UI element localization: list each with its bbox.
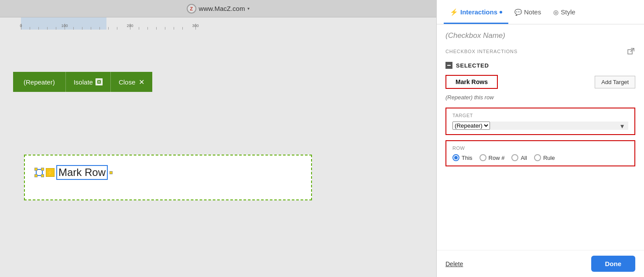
corner-handle-tl [34, 168, 38, 171]
minor-tick [139, 27, 139, 30]
minor-tick [165, 27, 165, 30]
ruler-num-100: 100 [61, 24, 68, 28]
mark-rows-button[interactable]: Mark Rows [445, 75, 498, 89]
minor-tick [108, 27, 109, 30]
notes-tab-icon: 💬 [514, 9, 522, 16]
minor-tick [38, 27, 39, 30]
tab-notes-label: Notes [524, 8, 541, 16]
lightning-badge: ⚡ [46, 168, 55, 177]
panel-content: (Checkbox Name) CHECKBOX INTERACTIONS SE… [437, 24, 644, 250]
isolate-button[interactable]: Isolate [65, 72, 110, 92]
target-select-wrapper: (Repeater) [452, 122, 628, 130]
ruler: 0 100 200 300 [0, 17, 436, 30]
add-target-button[interactable]: Add Target [595, 76, 635, 88]
canvas-area: Z www.MacZ.com ▾ 0 100 200 300 [0, 0, 436, 277]
tab-style-label: Style [561, 8, 575, 16]
top-bar: Z www.MacZ.com ▾ [0, 0, 436, 17]
component-name: (Checkbox Name) [445, 31, 635, 40]
radio-all[interactable]: All [511, 154, 527, 161]
tab-style[interactable]: ◎ Style [547, 0, 581, 24]
tab-interactions[interactable]: ⚡ Interactions [444, 0, 508, 24]
minor-tick [117, 27, 117, 30]
delete-link[interactable]: Delete [445, 260, 463, 267]
bottom-actions: Delete Done [437, 250, 644, 277]
minor-tick [182, 27, 183, 30]
minor-tick [82, 27, 82, 30]
corner-handle-bl [34, 174, 38, 177]
tab-notes[interactable]: 💬 Notes [508, 0, 547, 24]
row-label: ROW [452, 145, 628, 151]
repeater-label: (Repeater) [13, 72, 65, 92]
tab-interactions-label: Interactions [460, 8, 497, 16]
radio-this[interactable]: This [452, 154, 473, 161]
checkbox-element[interactable] [34, 168, 44, 177]
url-text: www.MacZ.com [199, 5, 245, 12]
section-title: CHECKBOX INTERACTIONS [445, 49, 517, 54]
row-box: ROW This Row # All Rule [445, 140, 635, 166]
interaction-row: Mark Rows Add Target [445, 75, 635, 89]
selected-label: SELECTED [456, 62, 489, 69]
ruler-num-200: 200 [127, 24, 133, 28]
radio-rule-circle [534, 154, 541, 161]
tab-dot [500, 11, 502, 14]
minor-tick [47, 27, 48, 30]
close-button[interactable]: Close ✕ [110, 72, 152, 92]
mark-row-element[interactable]: ⚡ Mark Row [34, 165, 113, 180]
tabs-bar: ⚡ Interactions 💬 Notes ◎ Style [437, 0, 644, 24]
ruler-num-300: 300 [192, 24, 199, 28]
radio-row-num-label: Row # [489, 155, 505, 161]
corner-handle-tr [41, 168, 44, 171]
handle-right [110, 171, 113, 174]
style-tab-icon: ◎ [553, 9, 558, 16]
isolate-icon [96, 78, 103, 85]
radio-this-circle [452, 154, 459, 161]
dropdown-arrow-icon: ▾ [247, 6, 250, 11]
radio-rule[interactable]: Rule [534, 154, 555, 161]
selected-section: SELECTED [445, 62, 635, 69]
right-panel: ⚡ Interactions 💬 Notes ◎ Style (Checkbox… [436, 0, 644, 277]
minor-tick [73, 27, 74, 30]
minor-tick [30, 27, 30, 30]
z-logo: Z [187, 4, 196, 14]
url-badge: Z www.MacZ.com ▾ [187, 4, 250, 14]
done-button[interactable]: Done [591, 256, 636, 272]
target-label: TARGET [452, 113, 628, 118]
target-box: TARGET (Repeater) [445, 108, 635, 135]
radio-all-circle [511, 154, 518, 161]
radio-all-label: All [521, 155, 527, 161]
minor-tick [99, 27, 100, 30]
radio-row-num[interactable]: Row # [480, 154, 505, 161]
target-select[interactable]: (Repeater) [452, 122, 490, 130]
minor-tick [156, 27, 157, 30]
target-description: (Repeater) this row [445, 94, 635, 101]
corner-handle-br [41, 174, 44, 177]
radio-rule-label: Rule [543, 155, 555, 161]
radio-row-num-circle [480, 154, 486, 161]
external-link-icon[interactable] [627, 47, 635, 56]
selection-area: ⚡ Mark Row [24, 155, 312, 200]
close-icon: ✕ [139, 78, 144, 86]
section-header: CHECKBOX INTERACTIONS [445, 47, 635, 56]
radio-this-label: This [462, 155, 473, 161]
collapse-button[interactable] [445, 62, 452, 69]
mark-row-text: Mark Row [56, 165, 108, 180]
minor-tick [174, 27, 174, 30]
minor-tick [91, 27, 91, 30]
ruler-num-0: 0 [20, 24, 22, 28]
lightning-tab-icon: ⚡ [450, 8, 458, 16]
minor-tick [56, 27, 56, 30]
minor-tick [147, 27, 148, 30]
repeater-bar: (Repeater) Isolate Close ✕ [13, 72, 152, 92]
row-options: This Row # All Rule [452, 154, 628, 161]
